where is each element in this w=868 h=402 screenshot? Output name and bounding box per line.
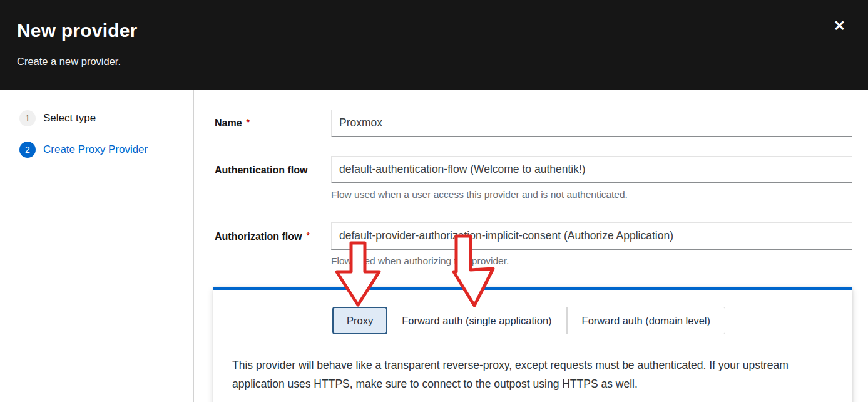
name-field-label: Name* <box>215 118 250 129</box>
step-label: Select type <box>43 112 96 125</box>
authentication-flow-label: Authentication flow <box>215 165 307 176</box>
proxy-mode-toggle-group: Proxy Forward auth (single application) … <box>332 307 725 334</box>
required-asterisk: * <box>307 230 310 240</box>
name-input[interactable] <box>331 110 852 137</box>
authorization-flow-label: Authorization flow* <box>215 231 310 242</box>
page-title: New provider <box>17 20 137 41</box>
authentication-flow-input[interactable] <box>331 156 852 183</box>
close-icon[interactable]: ✕ <box>834 19 845 33</box>
modal-header: New provider Create a new provider. ✕ <box>0 0 868 90</box>
step-number-badge: 2 <box>19 142 36 158</box>
step-label: Create Proxy Provider <box>43 143 148 156</box>
proxy-mode-description: This provider will behave like a transpa… <box>232 356 814 393</box>
new-provider-modal: New provider Create a new provider. ✕ 1 … <box>0 0 868 402</box>
wizard-sidebar: 1 Select type 2 Create Proxy Provider <box>0 90 194 402</box>
tab-proxy[interactable]: Proxy <box>332 307 387 334</box>
page-subtitle: Create a new provider. <box>17 56 121 68</box>
wizard-step-select-type[interactable]: 1 Select type <box>19 110 96 126</box>
tab-forward-auth-domain-level[interactable]: Forward auth (domain level) <box>567 307 725 334</box>
authorization-flow-helper: Flow used when authorizing this provider… <box>331 255 509 267</box>
wizard-step-create-proxy-provider[interactable]: 2 Create Proxy Provider <box>19 142 148 158</box>
authorization-flow-input[interactable] <box>331 222 852 250</box>
required-asterisk: * <box>247 117 250 127</box>
step-number-badge: 1 <box>19 110 36 126</box>
proxy-mode-card: Proxy Forward auth (single application) … <box>213 287 852 402</box>
authentication-flow-helper: Flow used when a user access this provid… <box>331 189 628 200</box>
tab-forward-auth-single-application[interactable]: Forward auth (single application) <box>387 307 566 334</box>
